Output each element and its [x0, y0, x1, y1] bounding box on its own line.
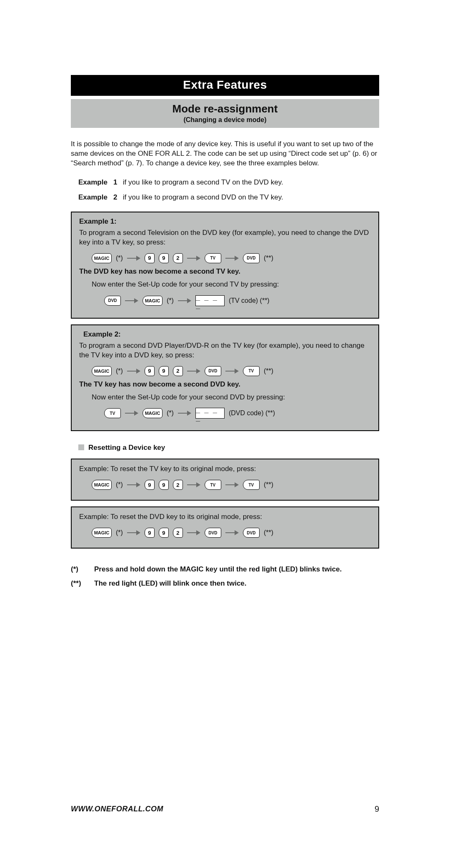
arrow-icon — [127, 531, 140, 535]
star-annotation: (*) — [116, 367, 123, 375]
example-2-text: if you like to program a second DVD on t… — [123, 193, 283, 201]
star-annotation: (*) — [116, 254, 123, 262]
footnote-2-mark: (**) — [71, 579, 88, 588]
reset-dvd-sequence: MAGIC (*) 9 9 2 DVD DVD (**) — [92, 528, 371, 538]
nine-key-icon: 9 — [145, 480, 155, 490]
page-content: Extra Features Mode re-assignment (Chang… — [0, 0, 450, 627]
footnote-2-text: The red light (LED) will blink once then… — [94, 579, 379, 588]
two-key-icon: 2 — [173, 253, 183, 263]
double-star-annotation: (**) — [264, 254, 273, 262]
nine-key-icon: 9 — [159, 480, 169, 490]
arrow-icon — [178, 299, 191, 303]
code-label: (DVD code) (**) — [229, 409, 275, 417]
dvd-key-icon: DVD — [243, 253, 260, 263]
example-2-number: 2 — [113, 193, 121, 202]
example-summary: Example 1 if you like to program a secon… — [78, 178, 379, 202]
double-star-annotation: (**) — [264, 529, 273, 536]
arrow-icon — [225, 531, 239, 535]
page-number: 9 — [375, 804, 379, 814]
code-entry-box: _ _ _ _ — [195, 295, 225, 306]
arrow-icon — [187, 256, 200, 260]
reset-heading: Resetting a Device key — [78, 444, 379, 452]
nine-key-icon: 9 — [145, 253, 155, 263]
example-1-sequence-1: MAGIC (*) 9 9 2 TV DVD (**) — [92, 253, 371, 263]
tv-key-icon: TV — [205, 480, 221, 490]
example-1-box: Example 1: To program a second Televisio… — [71, 212, 379, 319]
magic-key-icon: MAGIC — [92, 528, 112, 538]
arrow-icon — [225, 256, 239, 260]
magic-key-icon: MAGIC — [92, 480, 112, 490]
section-title: Mode re-assignment — [71, 102, 379, 115]
double-star-annotation: (**) — [264, 481, 273, 489]
arrow-icon — [125, 411, 138, 415]
example-2-desc: To program a second DVD Player/DVD-R on … — [79, 341, 371, 360]
section-subtitle: (Changing a device mode) — [71, 116, 379, 124]
star-annotation: (*) — [167, 409, 174, 417]
reset-dvd-box: Example: To reset the DVD key to its ori… — [71, 506, 379, 549]
magic-key-icon: MAGIC — [142, 296, 162, 306]
footnote-1-text: Press and hold down the MAGIC key until … — [94, 565, 379, 574]
footer-url: WWW.ONEFORALL.COM — [71, 805, 163, 813]
footnote-1-mark: (*) — [71, 565, 88, 574]
arrow-icon — [225, 369, 239, 373]
header-grey-bar: Mode re-assignment (Changing a device mo… — [71, 99, 379, 128]
magic-key-icon: MAGIC — [92, 253, 112, 263]
example-1-result: The DVD key has now become a second TV k… — [79, 267, 371, 276]
example-1-number: 1 — [113, 178, 121, 187]
two-key-icon: 2 — [173, 528, 183, 538]
arrow-icon — [225, 483, 239, 487]
example-2-now: Now enter the Set-Up code for your secon… — [92, 393, 371, 402]
nine-key-icon: 9 — [159, 528, 169, 538]
arrow-icon — [187, 483, 200, 487]
tv-key-icon: TV — [104, 408, 121, 418]
example-2-box: Example 2: To program a second DVD Playe… — [71, 324, 379, 432]
nine-key-icon: 9 — [159, 366, 169, 376]
header-black-bar: Extra Features — [71, 75, 379, 96]
arrow-icon — [178, 411, 191, 415]
magic-key-icon: MAGIC — [92, 366, 112, 376]
nine-key-icon: 9 — [159, 253, 169, 263]
dvd-key-icon: DVD — [205, 366, 221, 376]
reset-dvd-text: Example: To reset the DVD key to its ori… — [79, 512, 371, 522]
example-2-result: The TV key has now become a second DVD k… — [79, 380, 371, 389]
intro-paragraph: It is possible to change the mode of any… — [71, 140, 379, 168]
reset-tv-box: Example: To reset the TV key to its orig… — [71, 459, 379, 501]
nine-key-icon: 9 — [145, 528, 155, 538]
example-1-now: Now enter the Set-Up code for your secon… — [92, 280, 371, 289]
magic-key-icon: MAGIC — [142, 408, 162, 418]
example-2-sequence-2: TV MAGIC (*) _ _ _ _ (DVD code) (**) — [104, 408, 371, 419]
example-2-sequence-1: MAGIC (*) 9 9 2 DVD TV (**) — [92, 366, 371, 376]
dvd-key-icon: DVD — [104, 296, 121, 306]
arrow-icon — [125, 299, 138, 303]
double-star-annotation: (**) — [264, 367, 273, 375]
star-annotation: (*) — [116, 481, 123, 489]
reset-heading-text: Resetting a Device key — [88, 444, 165, 451]
code-label: (TV code) (**) — [229, 297, 270, 304]
tv-key-icon: TV — [243, 480, 260, 490]
two-key-icon: 2 — [173, 366, 183, 376]
star-annotation: (*) — [167, 297, 174, 304]
reset-tv-sequence: MAGIC (*) 9 9 2 TV TV (**) — [92, 480, 371, 490]
tv-key-icon: TV — [205, 253, 221, 263]
example-label: Example — [78, 178, 108, 186]
page-footer: WWW.ONEFORALL.COM 9 — [71, 804, 379, 814]
example-2-title: Example 2: — [83, 330, 371, 339]
arrow-icon — [127, 256, 140, 260]
example-1-text: if you like to program a second TV on th… — [123, 178, 283, 186]
star-annotation: (*) — [116, 529, 123, 536]
reset-tv-text: Example: To reset the TV key to its orig… — [79, 464, 371, 474]
arrow-icon — [187, 531, 200, 535]
dvd-key-icon: DVD — [205, 528, 221, 538]
arrow-icon — [127, 369, 140, 373]
example-1-sequence-2: DVD MAGIC (*) _ _ _ _ (TV code) (**) — [104, 295, 371, 306]
dvd-key-icon: DVD — [243, 528, 260, 538]
arrow-icon — [187, 369, 200, 373]
footnotes: (*) Press and hold down the MAGIC key un… — [71, 565, 379, 588]
code-entry-box: _ _ _ _ — [195, 408, 225, 419]
example-1-title: Example 1: — [79, 217, 371, 226]
example-1-desc: To program a second Television on the DV… — [79, 228, 371, 247]
nine-key-icon: 9 — [145, 366, 155, 376]
two-key-icon: 2 — [173, 480, 183, 490]
example-label: Example — [78, 193, 108, 201]
tv-key-icon: TV — [243, 366, 260, 376]
